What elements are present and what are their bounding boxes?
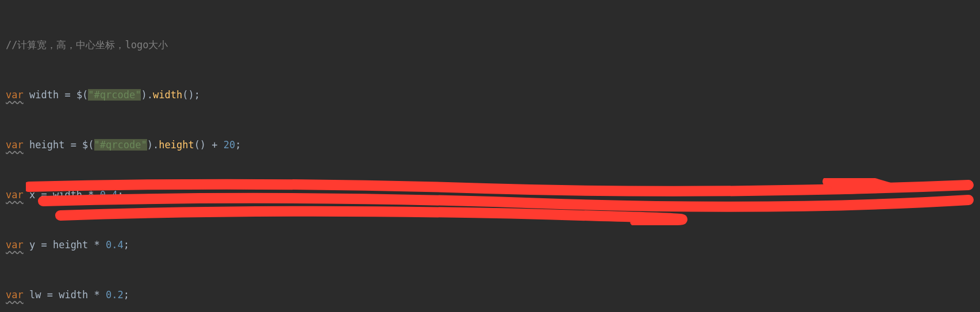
- code-line: var lw = width * 0.2;: [3, 287, 980, 303]
- code-line: //计算宽，高，中心坐标，logo大小: [3, 37, 980, 53]
- identifier: height: [29, 139, 64, 151]
- keyword-var: var: [6, 89, 24, 101]
- identifier: x: [29, 189, 35, 201]
- comment-text: 计算宽，高，中心坐标，logo大小: [17, 39, 168, 51]
- code-line: var width = $("#qrcode").width();: [3, 87, 980, 103]
- code-editor[interactable]: //计算宽，高，中心坐标，logo大小 var width = $("#qrco…: [0, 0, 980, 312]
- identifier: width: [29, 89, 59, 101]
- keyword-var: var: [6, 239, 24, 251]
- number-literal: 20: [224, 139, 235, 151]
- number-literal: 0.4: [106, 239, 124, 251]
- keyword-var: var: [6, 139, 24, 151]
- method-call: height: [159, 139, 194, 151]
- code-line: var y = height * 0.4;: [3, 237, 980, 253]
- string-literal: "#qrcode": [94, 139, 147, 151]
- code-line: var x = width * 0.4;: [3, 187, 980, 203]
- editor-right-margin: [974, 0, 980, 312]
- identifier: lw: [29, 289, 41, 301]
- number-literal: 0.2: [106, 289, 124, 301]
- string-literal: "#qrcode": [88, 89, 141, 101]
- comment-slash: //: [6, 39, 17, 51]
- keyword-var: var: [6, 189, 24, 201]
- keyword-var: var: [6, 289, 24, 301]
- code-line: var height = $("#qrcode").height() + 20;: [3, 137, 980, 153]
- identifier: y: [29, 239, 35, 251]
- method-call: width: [153, 89, 182, 101]
- number-literal: 0.4: [100, 189, 118, 201]
